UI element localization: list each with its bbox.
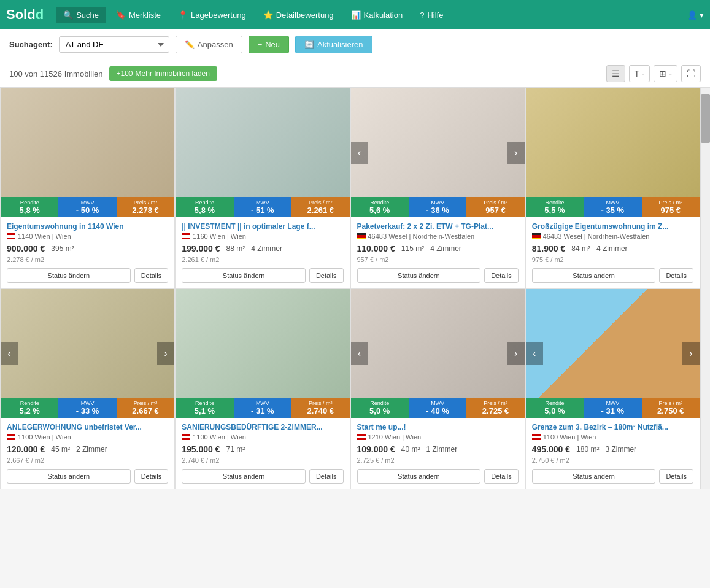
card-title[interactable]: SANIERUNGSBEDÜRFTIGE 2-ZIMMER... (182, 423, 343, 431)
status-button-8[interactable]: Status ändern (532, 469, 656, 484)
toolbar: 100 von 11526 Immobilien +100 Mehr Immob… (0, 60, 710, 88)
view-icons: ☰ T - ⊞ - ⛶ (606, 65, 701, 82)
property-card-2: Rendite 5,8 % MWV - 51 % Preis / m² 2.26… (175, 88, 350, 288)
card-title[interactable]: || INVESTMENT || in optimaler Lage f... (182, 222, 343, 231)
nav-hilfe[interactable]: ? Hilfe (412, 7, 450, 23)
nav-detailbewertung[interactable]: ⭐ Detailbewertung (256, 7, 341, 23)
card-prev-5[interactable]: ‹ (1, 342, 18, 365)
card-stats: 81.900 € 84 m² 4 Zimmer (532, 244, 693, 253)
neu-button[interactable]: + Neu (249, 36, 289, 53)
card-price: 495.000 € (532, 444, 570, 454)
card-price: 199.000 € (182, 244, 220, 253)
details-button-5[interactable]: Details (134, 469, 169, 484)
badge-mwv: MWV - 31 % (234, 398, 291, 418)
badge-preis-m2: Preis / m² 2.740 € (291, 398, 349, 418)
details-button-3[interactable]: Details (484, 268, 519, 283)
status-button-5[interactable]: Status ändern (7, 469, 131, 484)
details-button-2[interactable]: Details (309, 268, 344, 283)
property-card-3: ‹ › Rendite 5,6 % MWV - 36 % Preis / m² … (350, 88, 525, 288)
property-card-7: ‹ › Rendite 5,0 % MWV - 40 % Preis / m² … (350, 288, 525, 489)
card-location: 1210 Wien | Wien (357, 433, 519, 441)
card-image-7[interactable]: ‹ › Rendite 5,0 % MWV - 40 % Preis / m² … (351, 289, 525, 418)
card-title[interactable]: Eigentumswohnung in 1140 Wien (7, 222, 168, 231)
card-area: 115 m² (401, 244, 424, 253)
text-view-button[interactable]: T - (629, 65, 650, 82)
load-more-button[interactable]: +100 Mehr Immobilien laden (109, 66, 217, 81)
nav-suche[interactable]: 🔍 Suche (56, 7, 106, 23)
card-image-4[interactable]: Rendite 5,5 % MWV - 35 % Preis / m² 975 … (526, 88, 700, 217)
card-next-5[interactable]: › (157, 342, 174, 365)
card-prev-3[interactable]: ‹ (351, 142, 368, 164)
status-button-1[interactable]: Status ändern (7, 268, 131, 283)
badge-preis-m2: Preis / m² 2.667 € (117, 398, 174, 418)
badge-preis-m2: Preis / m² 975 € (642, 197, 700, 217)
table-view-button[interactable]: ⊞ - (654, 65, 677, 82)
card-location: 1100 Wien | Wien (7, 433, 168, 441)
scrollbar-thumb[interactable] (701, 94, 710, 143)
card-title[interactable]: Paketverkauf: 2 x 2 Zi. ETW + TG-Plat... (357, 222, 519, 231)
card-title[interactable]: Start me up...! (357, 423, 519, 431)
nav-lagebewertung[interactable]: 📍 Lagebewertung (171, 7, 253, 23)
card-ppm: 2.667 € / m2 (7, 457, 168, 464)
grid-view-button[interactable]: ☰ (606, 65, 625, 82)
details-button-7[interactable]: Details (484, 469, 519, 484)
status-button-4[interactable]: Status ändern (532, 268, 656, 283)
status-button-7[interactable]: Status ändern (357, 469, 481, 484)
details-button-8[interactable]: Details (659, 469, 693, 484)
country-flag (7, 233, 15, 239)
status-button-3[interactable]: Status ändern (357, 268, 481, 283)
badge-preis-m2: Preis / m² 2.278 € (117, 197, 174, 217)
badge-mwv: MWV - 50 % (58, 197, 116, 217)
card-actions: Status ändern Details (182, 268, 343, 283)
expand-button[interactable]: ⛶ (681, 65, 701, 82)
card-image-2[interactable]: Rendite 5,8 % MWV - 51 % Preis / m² 2.26… (176, 88, 349, 217)
status-button-6[interactable]: Status ändern (182, 469, 306, 484)
card-next-3[interactable]: › (507, 142, 525, 164)
card-next-8[interactable]: › (682, 342, 700, 365)
card-stats: 195.000 € 71 m² (182, 444, 343, 454)
card-badges: Rendite 5,8 % MWV - 51 % Preis / m² 2.26… (176, 197, 349, 217)
card-price: 110.000 € (357, 244, 395, 253)
status-button-2[interactable]: Status ändern (182, 268, 306, 283)
country-flag (7, 434, 15, 440)
property-card-8: ‹ › Rendite 5,0 % MWV - 31 % Preis / m² … (525, 288, 700, 489)
card-image-1[interactable]: Rendite 5,8 % MWV - 50 % Preis / m² 2.27… (1, 88, 174, 217)
nav-kalkulation[interactable]: 📊 Kalkulation (344, 7, 411, 23)
country-flag (357, 233, 366, 239)
card-title[interactable]: Grenze zum 3. Bezirk – 180m² Nutzflä... (532, 423, 693, 431)
property-card-6: Rendite 5,1 % MWV - 31 % Preis / m² 2.74… (175, 288, 350, 489)
details-button-6[interactable]: Details (309, 469, 344, 484)
card-body: Paketverkauf: 2 x 2 Zi. ETW + TG-Plat...… (351, 217, 525, 288)
card-area: 71 m² (226, 445, 245, 454)
card-title[interactable]: ANLEGERWOHNUNG unbefristet Ver... (7, 423, 168, 431)
card-ppm: 975 € / m2 (532, 256, 693, 263)
card-image-5[interactable]: ‹ › Rendite 5,2 % MWV - 33 % Preis / m² … (1, 289, 174, 418)
card-area: 395 m² (51, 244, 74, 253)
card-location: 1100 Wien | Wien (532, 433, 693, 441)
card-actions: Status ändern Details (357, 469, 519, 484)
card-image-3[interactable]: ‹ › Rendite 5,6 % MWV - 36 % Preis / m² … (351, 88, 525, 217)
details-button-4[interactable]: Details (659, 268, 693, 283)
card-next-7[interactable]: › (507, 342, 525, 365)
aktualisieren-button[interactable]: 🔄 Aktualisieren (295, 36, 372, 53)
card-actions: Status ändern Details (532, 268, 693, 283)
card-badges: Rendite 5,1 % MWV - 31 % Preis / m² 2.74… (176, 398, 349, 418)
user-menu[interactable]: 👤 ▾ (687, 10, 704, 20)
card-title[interactable]: Großzügige Eigentumswohnung im Z... (532, 222, 693, 231)
badge-rendite: Rendite 5,0 % (526, 398, 584, 418)
card-body: Grenze zum 3. Bezirk – 180m² Nutzflä... … (526, 418, 700, 489)
badge-rendite: Rendite 5,5 % (526, 197, 584, 217)
card-rooms: 2 Zimmer (76, 445, 107, 454)
scrollbar[interactable] (700, 88, 710, 489)
anpassen-button[interactable]: ✏️ Anpassen (176, 36, 242, 53)
card-price: 109.000 € (357, 444, 395, 454)
card-prev-8[interactable]: ‹ (526, 342, 543, 365)
nav-merkliste[interactable]: 🔖 Merkliste (109, 7, 168, 23)
card-ppm: 2.750 € / m2 (532, 457, 693, 464)
suchagent-select[interactable]: AT and DE (59, 36, 169, 53)
card-image-6[interactable]: Rendite 5,1 % MWV - 31 % Preis / m² 2.74… (176, 289, 349, 418)
card-image-8[interactable]: ‹ › Rendite 5,0 % MWV - 31 % Preis / m² … (526, 289, 700, 418)
details-button-1[interactable]: Details (134, 268, 169, 283)
card-stats: 199.000 € 88 m² 4 Zimmer (182, 244, 343, 253)
card-prev-7[interactable]: ‹ (351, 342, 368, 365)
